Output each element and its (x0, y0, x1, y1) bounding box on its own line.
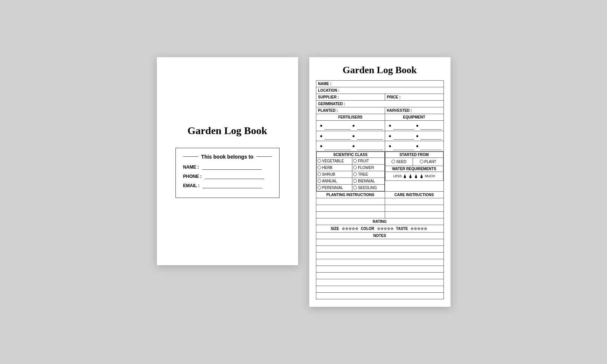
sci-fruit: FRUIT (352, 157, 384, 164)
color-stars[interactable]: ☆☆☆☆☆ (377, 227, 394, 231)
planting-care-row2 (316, 205, 443, 211)
notes-line4[interactable] (316, 259, 443, 266)
phone-field: PHONE : (183, 173, 272, 179)
water-much-label: MUCH (425, 174, 435, 178)
planted-field-label[interactable]: PLANTED : (316, 107, 385, 114)
radio-seed[interactable] (391, 160, 395, 163)
rating-content: SIZE ☆☆☆☆☆ COLOR ☆☆☆☆☆ TASTE ☆☆☆☆☆ (316, 225, 443, 232)
notes-row8 (316, 286, 443, 292)
name-field: NAME : (183, 164, 272, 170)
plant-label: PLANT (424, 160, 436, 164)
name-line[interactable] (202, 164, 262, 170)
water-drop-icon-4: 🌢 (419, 173, 424, 179)
notes-row3 (316, 252, 443, 259)
radio-perennial[interactable] (317, 186, 321, 189)
radio-annual[interactable] (317, 179, 321, 183)
sci-biennial: BIENNIAL (352, 178, 384, 184)
vegetable-label: VEGETABLE (322, 159, 344, 163)
planting-line2[interactable] (316, 205, 385, 211)
started-seed: SEED (385, 157, 413, 166)
seed-label: SEED (396, 160, 406, 164)
notes-line3[interactable] (316, 252, 443, 259)
water-drop-icon-2: 🌢 (408, 173, 413, 179)
supplier-price-row: SUPPLIER : PRICE : (316, 94, 443, 101)
radio-vegetable[interactable] (317, 159, 321, 163)
phone-line[interactable] (205, 173, 264, 179)
seedling-label: SEEDLING (358, 186, 377, 190)
sci-class-header: SCIENTIFIC CLASS (316, 152, 384, 157)
radio-plant[interactable] (420, 160, 423, 163)
price-field-label[interactable]: PRICE : (385, 94, 443, 101)
sci-seedling: SEEDLING (352, 184, 384, 191)
sci-shrub: SHRUB (316, 171, 352, 178)
notes-line6[interactable] (316, 272, 443, 279)
left-page: Garden Log Book This book belongs to NAM… (157, 57, 298, 265)
supplier-field-label[interactable]: SUPPLIER : (316, 94, 385, 101)
planting-care-row3 (316, 211, 443, 218)
equip-col1-row1: ● ● (385, 121, 443, 131)
notes-row9 (316, 292, 443, 299)
radio-biennial[interactable] (353, 179, 357, 183)
taste-label: TASTE (396, 227, 408, 231)
radio-herb[interactable] (317, 166, 321, 169)
fruit-label: FRUIT (358, 159, 369, 163)
main-form-table: NAME : LOCATION : SUPPLIER : PRICE : GER… (316, 80, 444, 299)
right-page-title: Garden Log Book (316, 65, 444, 76)
rating-header: RATING (316, 218, 443, 225)
sci-vegetable: VEGETABLE (316, 157, 352, 164)
notes-line8[interactable] (316, 286, 443, 292)
sci-annual: ANNUAL (316, 178, 352, 184)
color-label: COLOR (361, 227, 374, 231)
email-line[interactable] (203, 183, 262, 188)
planted-harvested-row: PLANTED : HARVESTED : (316, 107, 443, 114)
sci-herb: HERB (316, 164, 352, 171)
notes-line2[interactable] (316, 246, 443, 252)
notes-row6 (316, 272, 443, 279)
tree-label: TREE (358, 172, 368, 176)
care-line1[interactable] (385, 198, 443, 205)
harvested-field-label[interactable]: HARVESTED : (385, 107, 443, 114)
size-stars[interactable]: ☆☆☆☆☆ (342, 227, 358, 231)
sci-class-cell: SCIENTIFIC CLASS VEGETABLE FRUIT HERB FL… (316, 151, 385, 191)
radio-tree[interactable] (353, 172, 357, 176)
planting-line1[interactable] (316, 198, 385, 205)
email-field: EMAIL : (183, 183, 272, 188)
started-water-table: STARTED FROM SEED (385, 152, 443, 181)
notes-line9[interactable] (316, 292, 443, 299)
started-water-cell: STARTED FROM SEED (385, 151, 443, 191)
shrub-label: SHRUB (322, 172, 335, 176)
fert-col1-row2: ● ● (316, 131, 385, 141)
location-field-label[interactable]: LOCATION : (316, 87, 443, 94)
right-page: Garden Log Book NAME : LOCATION : SUPPLI… (309, 57, 451, 307)
flower-label: FLOWER (358, 166, 374, 170)
water-req-content: LESS 🌢 🌢 🌢 🌢 MUCH (385, 172, 443, 181)
sci-tree: TREE (352, 171, 384, 178)
water-req-header: WATER REQUIREMENTS (385, 166, 443, 172)
sci-class-table: SCIENTIFIC CLASS VEGETABLE FRUIT HERB FL… (316, 152, 385, 191)
notes-row1 (316, 239, 443, 246)
care-instructions-header: CARE INSTRUCTIONS (385, 191, 443, 198)
sci-flower: FLOWER (352, 164, 384, 171)
radio-shrub[interactable] (317, 172, 321, 176)
germinated-field-label[interactable]: GERMINATED : (316, 101, 443, 107)
started-plant: PLANT (413, 157, 443, 166)
notes-line7[interactable] (316, 279, 443, 286)
name-field-label[interactable]: NAME : (316, 81, 443, 87)
notes-line1[interactable] (316, 239, 443, 246)
taste-stars[interactable]: ☆☆☆☆☆ (410, 227, 427, 231)
radio-flower[interactable] (353, 166, 357, 169)
fert-equip-row3: ● ● ● ● (316, 141, 443, 152)
care-line3[interactable] (385, 211, 443, 218)
notes-line5[interactable] (316, 266, 443, 272)
notes-row2 (316, 246, 443, 252)
left-page-title: Garden Log Book (187, 125, 267, 137)
germinated-row: GERMINATED : (316, 101, 443, 107)
water-less-label: LESS (393, 174, 402, 178)
care-line2[interactable] (385, 205, 443, 211)
sci-started-row: SCIENTIFIC CLASS VEGETABLE FRUIT HERB FL… (316, 151, 443, 191)
radio-seedling[interactable] (353, 186, 357, 189)
name-row: NAME : (316, 81, 443, 87)
radio-fruit[interactable] (353, 159, 357, 163)
planting-line3[interactable] (316, 211, 385, 218)
belongs-title: This book belongs to (183, 154, 272, 160)
